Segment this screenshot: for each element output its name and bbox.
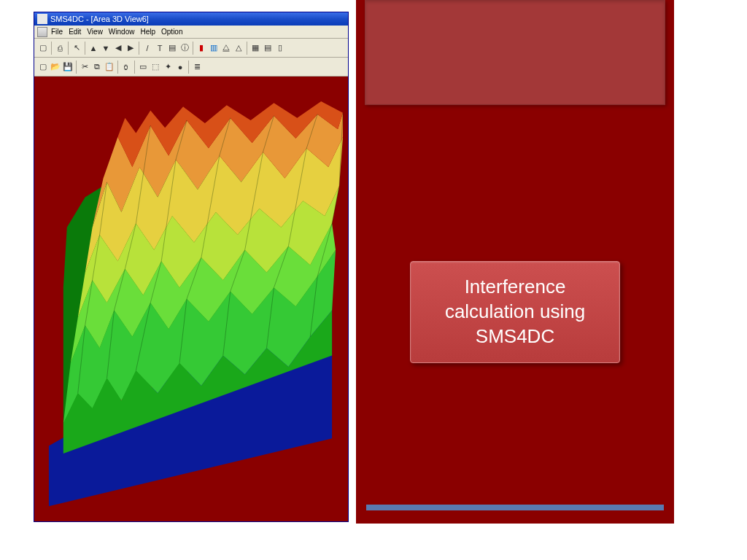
wand-icon[interactable]: ✦ [162, 60, 174, 74]
text-icon[interactable]: T [154, 41, 166, 55]
window-titlebar: SMS4DC - [Area 3D View6] [34, 12, 348, 26]
toolbar-1: ▢ ⎙ ↖ ▲ ▼ ◀ ▶ / T ▤ ⓘ ▮ ▥ ⧋ △ ▦ ▤ ▯ [34, 39, 348, 58]
separator [193, 42, 193, 55]
select-icon[interactable]: ⬚ [150, 60, 161, 74]
nav-right-icon[interactable]: ▶ [125, 41, 136, 55]
window-title: SMS4DC - [Area 3D View6] [50, 15, 149, 23]
layers-icon[interactable]: ≣ [191, 60, 203, 74]
print-icon[interactable]: ⎙ [54, 41, 66, 55]
new-icon[interactable]: ▢ [37, 41, 49, 55]
menu-edit[interactable]: Edit [66, 28, 83, 36]
screenshot-panel: SMS4DC - [Area 3D View6] File Edit View … [34, 12, 349, 522]
separator [76, 61, 77, 74]
toggle-icon[interactable]: ⧮ [120, 60, 132, 74]
page-icon[interactable]: ▤ [166, 41, 178, 55]
slide-panel: Interference calculation using SMS4DC [356, 0, 674, 524]
pointer-icon[interactable]: ↖ [71, 41, 82, 55]
cut-icon[interactable]: ✂ [79, 60, 90, 74]
nav-down-icon[interactable]: ▼ [100, 41, 112, 55]
new-doc-icon[interactable]: ▢ [37, 60, 49, 74]
antenna-icon[interactable]: △ [233, 41, 244, 55]
paste-icon[interactable]: 📋 [104, 60, 115, 74]
rect-icon[interactable]: ▭ [137, 60, 149, 74]
info-icon[interactable]: ⓘ [179, 41, 190, 55]
marker-icon[interactable]: ▮ [196, 41, 207, 55]
menu-option[interactable]: Option [159, 28, 185, 36]
separator [188, 61, 189, 74]
chart-icon[interactable]: ▥ [208, 41, 220, 55]
separator [85, 42, 85, 55]
menu-window[interactable]: Window [107, 28, 137, 36]
circle-icon[interactable]: ● [174, 60, 186, 74]
slide-title-box: Interference calculation using SMS4DC [410, 261, 620, 363]
open-icon[interactable]: 📂 [50, 60, 61, 74]
menu-help[interactable]: Help [138, 28, 158, 36]
copy-icon[interactable]: ⧉ [91, 60, 103, 74]
separator [51, 42, 52, 55]
line-icon[interactable]: / [142, 41, 153, 55]
separator [134, 61, 135, 74]
sms4dc-window: SMS4DC - [Area 3D View6] File Edit View … [34, 12, 349, 522]
grid-icon[interactable]: ▦ [249, 41, 261, 55]
system-menu-icon[interactable] [37, 27, 47, 37]
table-icon[interactable]: ▤ [262, 41, 274, 55]
slide-placeholder-box [365, 0, 665, 105]
menubar: File Edit View Window Help Option [34, 26, 348, 39]
terrain-3d-render [34, 77, 348, 521]
menu-view[interactable]: View [85, 28, 105, 36]
nav-left-icon[interactable]: ◀ [112, 41, 124, 55]
menu-file[interactable]: File [49, 28, 65, 36]
separator [117, 61, 118, 74]
app-icon [37, 14, 47, 24]
slide-title: Interference calculation using SMS4DC [424, 275, 606, 349]
nav-up-icon[interactable]: ▲ [88, 41, 99, 55]
save-icon[interactable]: 💾 [62, 60, 74, 74]
separator [68, 42, 69, 55]
3d-viewport[interactable] [34, 77, 348, 521]
tower-icon[interactable]: ⧋ [220, 41, 232, 55]
slide-accent-bar [366, 505, 664, 510]
separator [139, 42, 139, 55]
toolbar-2: ▢ 📂 💾 ✂ ⧉ 📋 ⧮ ▭ ⬚ ✦ ● ≣ [34, 58, 348, 77]
separator [247, 42, 247, 55]
panel-icon[interactable]: ▯ [274, 41, 286, 55]
